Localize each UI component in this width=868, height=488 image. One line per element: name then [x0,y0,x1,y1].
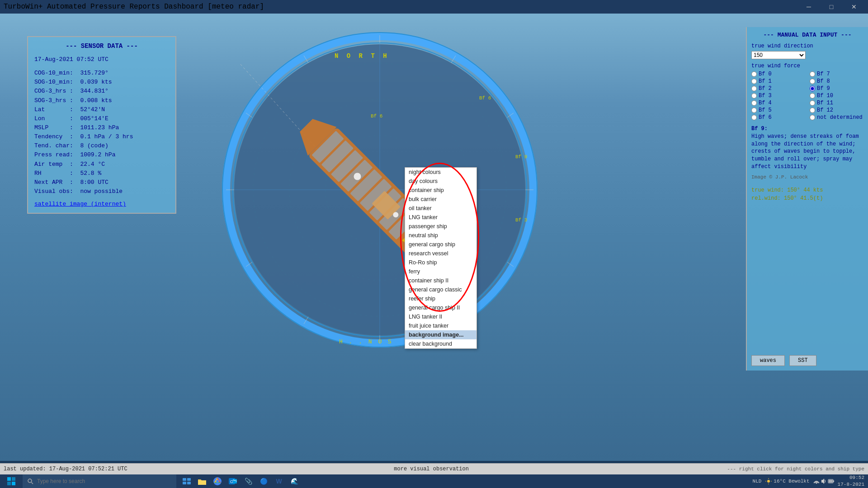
svg-rect-53 [187,482,191,484]
bf11-option[interactable]: Bf 11 [810,100,863,106]
menu-item-night-colours[interactable]: night colours [405,168,476,177]
svg-text:Bf 6: Bf 6 [371,113,382,119]
titlebar-title: TurboWin+ Automated Pressure Reports Das… [4,3,264,11]
explorer-app2[interactable]: 📎 [241,475,255,488]
bf7-option[interactable]: Bf 7 [810,71,863,77]
file-explorer-app[interactable] [195,475,209,488]
titlebar-controls: ─ □ ✕ [798,0,864,14]
menu-item-background-image...[interactable]: background image... [405,330,476,339]
right-panel: --- MANUAL DATA INPUT --- true wind dire… [746,27,868,371]
menu-item-LNG-tanker-II[interactable]: LNG tanker II [405,312,476,321]
waves-button[interactable]: waves [751,355,785,366]
status-right: --- right click for night colors and shi… [727,466,868,472]
svg-text:Bf 9: Bf 9 [515,154,527,160]
svg-point-56 [216,480,219,483]
sensor-row: SOG-3_hrs : 0.008 kts [34,96,169,105]
wind-direction-select[interactable]: 150 [751,51,806,59]
svg-line-49 [32,483,33,484]
sensor-row: MSLP : 1011.23 hPa [34,123,169,132]
taskbar-clock[interactable]: 09:52 17-8-2021 [838,474,864,488]
menu-item-bulk-carrier[interactable]: bulk carrier [405,195,476,204]
svg-text:N O R T H: N O R T H [335,52,389,60]
chrome-icon [213,477,222,486]
titlebar: TurboWin+ Automated Pressure Reports Das… [0,0,868,14]
taskbar-search-box[interactable] [23,474,176,488]
outlook-icon: O [228,477,237,486]
bf9-option[interactable]: Bf 9 [810,85,863,92]
bf0-option[interactable]: Bf 0 [751,71,805,77]
sensor-row: Tend. char: 8 (code) [34,141,169,150]
menu-item-LNG-tanker[interactable]: LNG tanker [405,213,476,222]
menu-item-day-colours[interactable]: day colours [405,177,476,186]
start-button[interactable] [0,474,23,488]
bf2-option[interactable]: Bf 2 [751,85,805,92]
satellite-link[interactable]: satellite image (internet) [34,201,126,207]
menu-item-reefer-ship[interactable]: reefer ship [405,294,476,303]
menu-item-fruit-juice-tanker[interactable]: fruit juice tanker [405,321,476,330]
turbowin-app[interactable]: 🌊 [288,475,301,488]
svg-point-66 [816,483,817,484]
menu-item-container-ship[interactable]: container ship [405,186,476,195]
sensor-title: --- SENSOR DATA --- [34,42,169,50]
copyright-text: Image © J.P. Lacock [751,174,863,180]
sensor-row: Press read: 1009.2 hPa [34,150,169,160]
taskbar-apps: O 📎 🔵 W 🌊 [180,474,301,488]
folder-icon [198,477,207,485]
bf4-option[interactable]: Bf 4 [751,100,805,106]
maximize-button[interactable]: □ [821,0,842,14]
menu-item-ferry[interactable]: ferry [405,267,476,276]
menu-item-neutral-ship[interactable]: neutral ship [405,231,476,240]
menu-item-research-vessel[interactable]: research vessel [405,249,476,258]
weather-text: 16°C Bewolkt [774,479,809,484]
bottom-buttons: waves SST [751,355,816,366]
clock-date: 17-8-2021 [838,481,864,488]
bf12-option[interactable]: Bf 12 [810,107,863,113]
radar-compass: Bf 9 Bf 6 Bf 3 Bf 6 N O R T H H . . N O … [172,27,588,361]
volume-icon [821,478,826,484]
bf1-option[interactable]: Bf 1 [751,78,805,84]
close-button[interactable]: ✕ [844,0,864,14]
svg-point-48 [28,479,32,483]
bf5-option[interactable]: Bf 5 [751,107,805,113]
svg-rect-50 [183,478,186,481]
sensor-row: Air temp : 22.4 °C [34,160,169,169]
puzzle-app[interactable]: 🔵 [257,475,270,488]
sensor-datetime: 17-Aug-2021 07:52 UTC [34,55,169,64]
menu-item-clear-background[interactable]: clear background [405,339,476,348]
wind-info: true wind: 150° 44 kts rel.wind: 150° 41… [751,186,863,202]
sensor-row: Tendency : 0.1 hPa / 3 hrs [34,132,169,141]
bf6-option[interactable]: Bf 6 [751,114,805,121]
menu-item-container-ship-II[interactable]: container ship II [405,276,476,285]
sensor-row: Lat : 52°42'N [34,105,169,114]
menu-item-general-cargo-classic[interactable]: general cargo classic [405,285,476,294]
word-app[interactable]: W [272,475,286,488]
taskbar-tray: NLD 16°C Bewolkt [753,474,868,488]
chrome-app[interactable] [211,475,224,488]
menu-item-oil-tanker[interactable]: oil tanker [405,204,476,213]
sst-button[interactable]: SST [789,355,816,366]
bf3-option[interactable]: Bf 3 [751,93,805,99]
main-area: Bf 9 Bf 6 Bf 3 Bf 6 N O R T H H . . N O … [0,14,868,461]
taskview-button[interactable] [180,475,193,488]
bf8-option[interactable]: Bf 8 [810,78,863,84]
bf-not-determined-option[interactable]: not determined [810,114,863,121]
outlook-app[interactable]: O [226,475,240,488]
bf10-option[interactable]: Bf 10 [810,93,863,99]
svg-rect-46 [7,482,11,485]
svg-text:Bf 3: Bf 3 [515,217,527,223]
menu-item-general-cargo-ship[interactable]: general cargo ship [405,240,476,249]
search-icon [27,478,33,484]
search-input[interactable] [37,478,164,484]
svg-rect-45 [12,477,15,481]
menu-item-general-cargo-ship-II[interactable]: general cargo ship II [405,303,476,312]
tray-language[interactable]: NLD [753,479,762,484]
minimize-button[interactable]: ─ [798,0,819,14]
svg-rect-68 [833,480,834,482]
menu-item-passenger-ship[interactable]: passenger ship [405,222,476,231]
svg-text:Bf 6: Bf 6 [479,95,491,101]
wind-direction-label: true wind direction [751,43,863,49]
menu-item-Ro-Ro-ship[interactable]: Ro-Ro ship [405,258,476,267]
language-indicator: NLD [753,479,762,484]
status-left: last updated: 17-Aug-2021 07:52:21 UTC [0,466,136,472]
taskbar: O 📎 🔵 W 🌊 NLD 16°C Bewolkt [0,474,868,488]
